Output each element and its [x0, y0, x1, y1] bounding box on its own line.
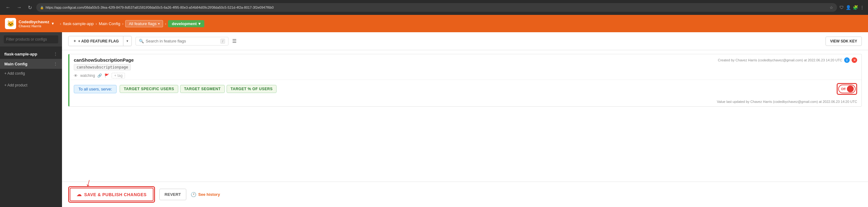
sidebar: flask-sample-app ⋮ Main Config ⋮ + Add c… [0, 32, 62, 207]
search-shortcut-badge: / [220, 39, 225, 44]
sidebar-section: flask-sample-app ⋮ Main Config ⋮ + Add c… [0, 46, 62, 80]
flag-created-info: Created by Chavez Harris (codedbychavez@… [718, 58, 842, 62]
add-config-label: + Add config [4, 71, 25, 76]
revert-btn[interactable]: REVERT [159, 189, 186, 200]
flag-card: canShowSubscriptionPage Created by Chave… [68, 54, 862, 107]
browser-right-icons: 🛡 👤 🧩 ⋮ [839, 5, 864, 10]
sdk-key-button[interactable]: VIEW SDK KEY [826, 37, 862, 46]
bc-main-config[interactable]: Main Config [99, 22, 120, 26]
sidebar-app-dots[interactable]: ⋮ [53, 51, 58, 57]
sidebar-config-label: Main Config [4, 62, 27, 66]
value-info-text: Value last updated by Chavez Harris (cod… [717, 100, 857, 104]
lock-icon: 🔒 [40, 6, 44, 9]
close-flag-btn[interactable]: ✕ [851, 57, 857, 63]
sidebar-add-product[interactable]: + Add product [0, 80, 62, 90]
extension-icon[interactable]: 🧩 [853, 5, 858, 10]
address-bar[interactable]: 🔒 https://app.configcat.com/08da50c5-3fe… [36, 3, 837, 12]
menu-dots-icon[interactable]: ⋮ [860, 5, 864, 10]
watching-icon: 👁 [74, 73, 78, 78]
watching-label: watching [80, 73, 95, 78]
browser-chrome: ← → ↻ 🔒 https://app.configcat.com/08da50… [0, 0, 868, 15]
save-publish-btn[interactable]: ☁ SAVE & PUBLISH CHANGES ↓ [70, 188, 153, 201]
toggle-switch[interactable]: Off [838, 84, 856, 93]
add-flag-btn[interactable]: ＋ + ADD FEATURE FLAG ▾ [68, 36, 132, 46]
target-segment-btn[interactable]: TARGET SEGMENT [180, 85, 225, 93]
add-product-label: + Add product [4, 83, 27, 88]
sidebar-item-flask-app[interactable]: flask-sample-app ⋮ [0, 49, 62, 59]
sep2: › [95, 22, 97, 26]
search-input[interactable] [146, 39, 219, 43]
flag-card-header: canShowSubscriptionPage Created by Chave… [69, 54, 862, 63]
sidebar-add-config[interactable]: + Add config [0, 69, 62, 78]
see-history-label: See history [198, 192, 220, 197]
toggle-outline: Off [837, 83, 857, 95]
brand-main-name: Codedbychavez [19, 20, 49, 24]
sidebar-filter-input[interactable] [4, 35, 58, 43]
flag-body: To all users, serve: TARGET SPECIFIC USE… [69, 80, 862, 98]
flag-info-icons: Created by Chavez Harris (codedbychavez@… [718, 57, 857, 63]
see-history-btn[interactable]: 🕐 See history [191, 192, 220, 197]
sidebar-app-label: flask-sample-app [4, 52, 37, 57]
sep1: › [60, 22, 61, 26]
link-icon: 🔗 [97, 73, 102, 78]
sidebar-filter [0, 32, 62, 46]
star-icon[interactable]: ☆ [830, 5, 833, 10]
brand-name-block: Codedbychavez Chavez Harris [19, 20, 49, 28]
toolbar: ＋ + ADD FEATURE FLAG ▾ 🔍 / ☰ VIEW SDK KE… [62, 32, 868, 50]
clock-icon: 🕐 [191, 192, 196, 197]
add-tag-btn[interactable]: + tag [112, 73, 125, 78]
add-flag-label: + ADD FEATURE FLAG [78, 39, 119, 43]
target-pct-btn[interactable]: TARGET % OF USERS [227, 85, 277, 93]
sidebar-item-main-config[interactable]: Main Config ⋮ [0, 59, 62, 69]
bc-flask[interactable]: flask-sample-app [63, 22, 94, 26]
plus-icon: ＋ [73, 38, 76, 44]
breadcrumb: › flask-sample-app › Main Config › All f… [60, 20, 204, 27]
forward-button[interactable]: → [15, 3, 24, 11]
search-box: 🔍 / [135, 37, 228, 45]
app-wrapper: 🐱 Codedbychavez Chavez Harris ▾ › flask-… [0, 15, 868, 207]
top-navbar: 🐱 Codedbychavez Chavez Harris ▾ › flask-… [0, 15, 868, 32]
add-flag-chevron[interactable]: ▾ [123, 37, 131, 45]
sep4: › [165, 22, 166, 26]
save-publish-outline: ☁ SAVE & PUBLISH CHANGES ↓ [68, 186, 155, 203]
flag-key-badge: canshowsubscriptionpage [74, 64, 131, 70]
back-button[interactable]: ← [4, 3, 12, 11]
flag-right: Off [837, 83, 857, 95]
url-text: https://app.configcat.com/08da50c5-3fea-… [45, 6, 274, 9]
sep3: › [122, 22, 123, 26]
cloud-icon: ☁ [76, 192, 82, 197]
save-publish-label: SAVE & PUBLISH CHANGES [84, 192, 147, 197]
toggle-knob [847, 85, 854, 92]
bottom-bar: ☁ SAVE & PUBLISH CHANGES ↓ REVERT 🕐 See … [62, 182, 868, 207]
brand-sub-name: Chavez Harris [19, 24, 49, 28]
flags-dropdown-label: All feature flags [129, 22, 157, 26]
env-chevron-icon: ▾ [198, 22, 200, 26]
toggle-off-label: Off [841, 88, 845, 91]
add-flag-main[interactable]: ＋ + ADD FEATURE FLAG [68, 36, 123, 46]
flag-meta: 👁 watching 🔗 🚩 + tag [69, 72, 862, 80]
flags-dropdown-btn[interactable]: All feature flags ▾ [125, 20, 163, 27]
flags-area: canShowSubscriptionPage Created by Chave… [62, 50, 868, 182]
account-icon[interactable]: 👤 [846, 5, 851, 10]
sidebar-config-dots[interactable]: ⋮ [53, 61, 58, 66]
target-btns: TARGET SPECIFIC USERS TARGET SEGMENT TAR… [120, 85, 834, 93]
flags-chevron-icon: ▾ [158, 22, 160, 25]
list-menu-icon[interactable]: ☰ [232, 38, 237, 44]
flag-header-left: canShowSubscriptionPage [74, 57, 134, 63]
serve-badge: To all users, serve: [74, 85, 117, 93]
brand-chevron-icon[interactable]: ▾ [52, 22, 54, 26]
main-content: flask-sample-app ⋮ Main Config ⋮ + Add c… [0, 32, 868, 207]
search-icon: 🔍 [139, 39, 144, 43]
env-dropdown-btn[interactable]: development ▾ [168, 20, 204, 27]
brand-logo[interactable]: 🐱 Codedbychavez Chavez Harris ▾ [5, 18, 54, 29]
content-area: ＋ + ADD FEATURE FLAG ▾ 🔍 / ☰ VIEW SDK KE… [62, 32, 868, 207]
info-circle-btn[interactable]: i [844, 57, 850, 63]
flag-icon: 🚩 [104, 73, 109, 78]
flag-name: canShowSubscriptionPage [74, 57, 134, 63]
env-label: development [172, 22, 196, 26]
shield-icon[interactable]: 🛡 [839, 5, 844, 10]
logo-icon: 🐱 [5, 18, 16, 29]
target-specific-users-btn[interactable]: TARGET SPECIFIC USERS [120, 85, 178, 93]
value-info-row: Value last updated by Chavez Harris (cod… [69, 98, 862, 106]
refresh-button[interactable]: ↻ [26, 3, 34, 12]
